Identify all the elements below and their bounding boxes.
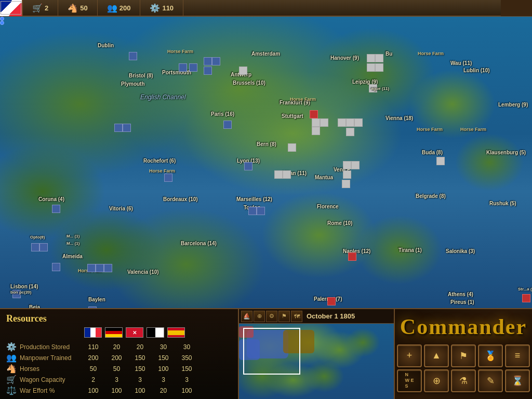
city-bern[interactable]: Bern (8) bbox=[257, 141, 276, 147]
unit-fr-16[interactable] bbox=[39, 243, 48, 251]
unit-au-11[interactable] bbox=[346, 118, 354, 127]
compass-button[interactable]: NW ES bbox=[397, 369, 422, 392]
unit-fr-9[interactable] bbox=[123, 124, 131, 132]
unit-gb-4[interactable] bbox=[522, 294, 530, 302]
minimap-canvas[interactable] bbox=[239, 324, 394, 399]
tool-btn-5[interactable]: 🗺 bbox=[291, 311, 302, 322]
city-struga[interactable]: Str...a (1) bbox=[518, 287, 532, 291]
unit-fr-13[interactable] bbox=[257, 207, 265, 215]
unit-au-3[interactable] bbox=[375, 54, 383, 62]
unit-au-20[interactable] bbox=[274, 170, 283, 179]
unit-au-16[interactable] bbox=[351, 161, 360, 169]
unit-au-9[interactable] bbox=[312, 127, 320, 135]
unit-fr-4[interactable] bbox=[204, 57, 212, 65]
city-lemberg[interactable]: Lemberg (9) bbox=[498, 102, 528, 108]
unit-au-2[interactable] bbox=[367, 54, 375, 62]
globe-button[interactable]: ⊕ bbox=[424, 369, 449, 392]
unit-fr-1[interactable] bbox=[129, 52, 137, 60]
unit-au-5[interactable] bbox=[375, 63, 383, 72]
city-florence[interactable]: Florence bbox=[317, 204, 339, 209]
city-paris[interactable]: Paris (16) bbox=[211, 111, 234, 117]
city-wau[interactable]: Wau (11) bbox=[450, 60, 472, 66]
city-plymouth[interactable]: Plymouth bbox=[121, 81, 145, 87]
unit-fr-6[interactable] bbox=[204, 66, 212, 75]
unit-gb-2[interactable] bbox=[348, 252, 356, 261]
unit-gb-3[interactable] bbox=[327, 297, 336, 305]
scroll-button[interactable]: ✎ bbox=[478, 369, 503, 392]
add-button[interactable]: + bbox=[397, 344, 422, 367]
unit-fr-19[interactable] bbox=[96, 264, 104, 272]
tool-btn-2[interactable]: ⊕ bbox=[254, 311, 265, 322]
city-baylen[interactable]: Baylen bbox=[88, 297, 105, 302]
city-almeida[interactable]: Almeida bbox=[62, 254, 83, 259]
city-naples[interactable]: Naples (12) bbox=[343, 248, 370, 254]
unit-fr-3[interactable] bbox=[189, 63, 197, 72]
unit-au-6[interactable] bbox=[369, 84, 377, 92]
menu-button[interactable]: ≡ bbox=[505, 344, 530, 367]
unit-fr-7[interactable] bbox=[223, 121, 232, 129]
unit-au-19[interactable] bbox=[436, 157, 445, 165]
unit-gb-1[interactable] bbox=[310, 110, 318, 118]
unit-fr-15[interactable] bbox=[31, 243, 39, 251]
city-rushuk[interactable]: Rushuk (5) bbox=[489, 201, 516, 206]
unit-au-7[interactable] bbox=[312, 118, 320, 127]
tool-btn-4[interactable]: ⚑ bbox=[278, 311, 290, 322]
city-amsterdam[interactable]: Amsterdam bbox=[251, 51, 280, 57]
city-beja[interactable]: Beja bbox=[29, 304, 40, 308]
rank-button[interactable]: ▲ bbox=[424, 344, 449, 367]
unit-au-14[interactable] bbox=[288, 143, 296, 152]
unit-au-13[interactable] bbox=[346, 128, 354, 136]
city-brussels[interactable]: Brussels (10) bbox=[233, 80, 265, 86]
city-bu[interactable]: Bu bbox=[385, 51, 392, 57]
fleet-1[interactable] bbox=[0, 17, 4, 21]
unit-fr-5[interactable] bbox=[212, 57, 220, 65]
city-rome[interactable]: Rome (10) bbox=[327, 220, 352, 226]
unit-au-1[interactable] bbox=[239, 66, 247, 75]
city-hanover[interactable]: Hanover (9) bbox=[330, 55, 359, 61]
unit-fr-20[interactable] bbox=[104, 264, 112, 272]
tool-btn-3[interactable]: ⚙ bbox=[266, 311, 277, 322]
unit-au-15[interactable] bbox=[343, 161, 351, 169]
unit-fr-8[interactable] bbox=[114, 124, 123, 132]
city-salonika[interactable]: Salonika (3) bbox=[446, 248, 475, 254]
city-coruna[interactable]: Coruna (4) bbox=[38, 196, 64, 202]
city-belgrade[interactable]: Belgrade (8) bbox=[416, 193, 446, 199]
hourglass-button[interactable]: ⌛ bbox=[505, 369, 530, 392]
city-athens[interactable]: Athens (4) bbox=[448, 291, 473, 297]
unit-au-12[interactable] bbox=[354, 118, 363, 127]
city-klausenburg[interactable]: Klausenburg (5) bbox=[486, 150, 526, 155]
unit-au-18[interactable] bbox=[342, 180, 350, 188]
unit-fr-21[interactable] bbox=[12, 290, 21, 298]
fleet-2[interactable] bbox=[0, 21, 4, 25]
city-vienna[interactable]: Vienna (18) bbox=[385, 115, 413, 121]
unit-au-17[interactable] bbox=[343, 170, 351, 179]
unit-au-8[interactable] bbox=[320, 118, 328, 127]
city-dublin[interactable]: Dublin bbox=[98, 43, 114, 48]
unit-fr-2[interactable] bbox=[179, 63, 187, 72]
city-bristol[interactable]: Bristol (8) bbox=[129, 73, 153, 78]
map-area[interactable]: English Channel Dublin Bristol (8) Plymo… bbox=[0, 17, 532, 308]
flag-button[interactable]: ⚑ bbox=[451, 344, 476, 367]
unit-fr-18[interactable] bbox=[87, 264, 96, 272]
city-stuttgart[interactable]: Stuttgart bbox=[282, 113, 303, 119]
city-valencia[interactable]: Valencia (10) bbox=[127, 269, 159, 275]
city-tirana[interactable]: Tirana (1) bbox=[398, 247, 422, 253]
city-mantua[interactable]: Mantua bbox=[315, 175, 333, 180]
unit-fr-14[interactable] bbox=[52, 205, 60, 213]
unit-fr-12[interactable] bbox=[248, 207, 257, 215]
city-buda[interactable]: Buda (8) bbox=[422, 150, 443, 155]
tool-btn-1[interactable]: ⛵ bbox=[241, 311, 252, 322]
city-bordeaux[interactable]: Bordeaux (10) bbox=[163, 196, 198, 202]
unit-au-21[interactable] bbox=[283, 170, 291, 179]
city-rochefort[interactable]: Rochefort (6) bbox=[143, 158, 176, 164]
city-lisbon[interactable]: Lisbon (14) bbox=[10, 284, 38, 289]
medal-button[interactable]: 🏅 bbox=[478, 344, 503, 367]
unit-au-10[interactable] bbox=[338, 118, 346, 127]
unit-fr-17[interactable] bbox=[52, 263, 60, 271]
unit-fr-10[interactable] bbox=[244, 162, 252, 170]
city-marseilles[interactable]: Marseilles (12) bbox=[236, 196, 272, 202]
flask-button[interactable]: ⚗ bbox=[451, 369, 476, 392]
unit-au-4[interactable] bbox=[367, 63, 375, 72]
city-vitoria[interactable]: Vitoria (6) bbox=[109, 206, 133, 211]
city-barcelona[interactable]: Barcelona (14) bbox=[181, 241, 217, 246]
